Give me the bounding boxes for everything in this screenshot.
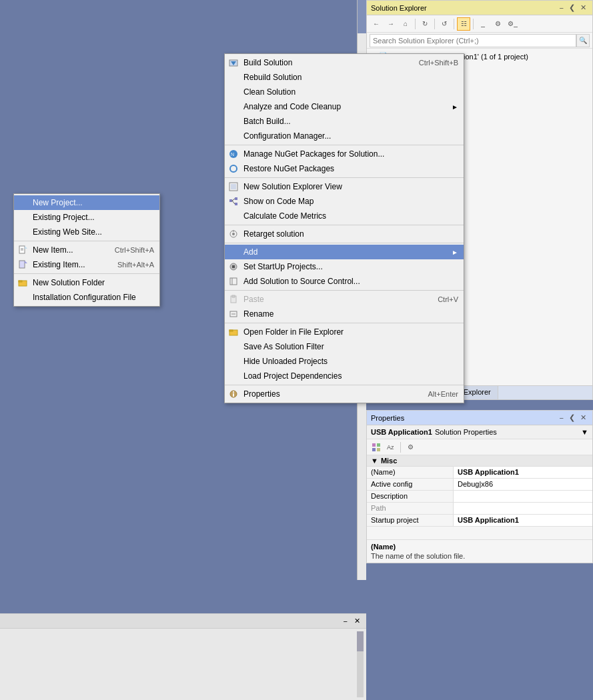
bottom-scrollbar[interactable] bbox=[357, 631, 364, 697]
forward-button[interactable]: → bbox=[384, 17, 398, 31]
props-row-path: Path bbox=[367, 503, 592, 515]
home-button[interactable]: ⌂ bbox=[399, 17, 412, 31]
show-code-map-label: Show on Code Map bbox=[243, 197, 314, 206]
svg-rect-17 bbox=[230, 278, 237, 285]
menu-open-file-explorer[interactable]: Open Folder in File Explorer bbox=[225, 325, 464, 339]
add-label: Add bbox=[243, 247, 257, 257]
close-button[interactable]: ✕ bbox=[578, 3, 588, 12]
add-icon bbox=[227, 246, 239, 258]
props-header-actions: ▼ bbox=[581, 428, 588, 436]
props-close-button[interactable]: ✕ bbox=[578, 413, 588, 422]
batch-build-label: Batch Build... bbox=[243, 117, 291, 126]
existing-website-label: Existing Web Site... bbox=[33, 227, 102, 237]
solution-explorer-titlebar: Solution Explorer − ❮ ✕ bbox=[367, 1, 592, 15]
build-solution-shortcut: Ctrl+Shift+B bbox=[406, 59, 458, 67]
bottom-close-btn[interactable]: ✕ bbox=[352, 617, 362, 625]
props-alphabetical-btn[interactable]: Az bbox=[384, 441, 398, 454]
menu-build-solution[interactable]: Build Solution Ctrl+Shift+B bbox=[225, 55, 464, 70]
bottom-pin-btn[interactable]: − bbox=[342, 617, 350, 625]
props-categories-btn[interactable] bbox=[370, 441, 383, 454]
toolbar-sep-4 bbox=[473, 19, 474, 29]
search-button[interactable]: 🔍 bbox=[576, 34, 590, 47]
existing-project-icon bbox=[17, 211, 29, 223]
menu-rename[interactable]: Rename bbox=[225, 307, 464, 321]
submenu-new-project[interactable]: New Project... bbox=[14, 195, 159, 210]
props-value-active-config[interactable]: Debug|x86 bbox=[454, 479, 592, 490]
props-value-name[interactable]: USB Application1 bbox=[454, 467, 592, 478]
submenu-new-solution-folder[interactable]: New Solution Folder bbox=[14, 275, 159, 290]
view-icon bbox=[227, 181, 239, 193]
menu-retarget-solution[interactable]: Retarget solution bbox=[225, 227, 464, 241]
sep-1 bbox=[225, 145, 464, 145]
menu-add[interactable]: Add ► bbox=[225, 245, 464, 259]
save-solution-filter-label: Save As Solution Filter bbox=[243, 342, 324, 351]
settings-button[interactable]: ⚙ bbox=[491, 17, 504, 31]
bottom-panel-content bbox=[0, 629, 366, 700]
clean-solution-label: Clean Solution bbox=[243, 87, 295, 97]
props-toolbar-sep bbox=[400, 442, 401, 453]
sync-button[interactable]: ↻ bbox=[418, 17, 432, 31]
paste-shortcut: Ctrl+V bbox=[424, 295, 458, 303]
submenu-existing-website[interactable]: Existing Web Site... bbox=[14, 225, 159, 239]
submenu-new-item[interactable]: New Item... Ctrl+Shift+A bbox=[14, 243, 159, 257]
menu-rebuild-solution[interactable]: Rebuild Solution bbox=[225, 70, 464, 85]
menu-configuration-manager[interactable]: Configuration Manager... bbox=[225, 129, 464, 143]
folder-icon bbox=[227, 326, 239, 338]
existing-website-icon bbox=[17, 226, 29, 238]
menu-set-startup[interactable]: Set StartUp Projects... bbox=[225, 259, 464, 274]
open-file-explorer-label: Open Folder in File Explorer bbox=[243, 327, 344, 337]
menu-new-solution-explorer-view[interactable]: New Solution Explorer View bbox=[225, 179, 464, 194]
float-button[interactable]: ❮ bbox=[567, 3, 577, 12]
extra-button[interactable]: ⚙⎯ bbox=[506, 17, 519, 31]
misc-section-header[interactable]: ▼ Misc bbox=[367, 455, 592, 467]
menu-manage-nuget[interactable]: N Manage NuGet Packages for Solution... bbox=[225, 147, 464, 161]
sub-sep-2 bbox=[14, 273, 159, 274]
load-project-deps-label: Load Project Dependencies bbox=[243, 371, 342, 381]
svg-point-4 bbox=[230, 165, 237, 172]
props-value-path[interactable] bbox=[454, 503, 592, 514]
pin-button[interactable]: − bbox=[558, 4, 566, 12]
menu-batch-build[interactable]: Batch Build... bbox=[225, 114, 464, 129]
submenu-existing-project[interactable]: Existing Project... bbox=[14, 210, 159, 225]
submenu-installation-config[interactable]: Installation Configuration File bbox=[14, 290, 159, 305]
search-input[interactable] bbox=[370, 34, 576, 47]
menu-properties[interactable]: Properties Alt+Enter bbox=[225, 387, 464, 401]
props-float-button[interactable]: ❮ bbox=[567, 413, 577, 422]
props-gear-btn[interactable]: ⚙ bbox=[404, 441, 417, 454]
sep-2 bbox=[225, 177, 464, 178]
toolbar-sep-1 bbox=[415, 19, 416, 29]
menu-paste[interactable]: Paste Ctrl+V bbox=[225, 292, 464, 307]
menu-save-solution-filter[interactable]: Save As Solution Filter bbox=[225, 339, 464, 354]
menu-load-project-deps[interactable]: Load Project Dependencies bbox=[225, 369, 464, 383]
props-key-path: Path bbox=[367, 503, 454, 514]
show-all-files-button[interactable]: ☷ bbox=[457, 17, 470, 31]
properties-button[interactable]: ⎯ bbox=[476, 17, 490, 31]
menu-add-source-control[interactable]: Add Solution to Source Control... bbox=[225, 274, 464, 289]
props-value-startup[interactable]: USB Application1 bbox=[454, 515, 592, 526]
submenu-existing-item[interactable]: Existing Item... Shift+Alt+A bbox=[14, 257, 159, 272]
svg-rect-20 bbox=[232, 295, 235, 297]
props-pin-button[interactable]: − bbox=[558, 414, 566, 422]
refresh-button[interactable]: ↺ bbox=[438, 17, 451, 31]
back-button[interactable]: ← bbox=[370, 17, 383, 31]
toolbar-sep-2 bbox=[434, 19, 435, 29]
existing-item-icon bbox=[17, 259, 29, 271]
analyze-submenu-arrow: ► bbox=[452, 103, 458, 111]
svg-marker-31 bbox=[25, 246, 27, 249]
paste-icon bbox=[227, 293, 239, 305]
menu-clean-solution[interactable]: Clean Solution bbox=[225, 85, 464, 99]
props-value-description[interactable] bbox=[454, 491, 592, 502]
code-map-icon bbox=[227, 195, 239, 207]
props-dropdown-icon[interactable]: ▼ bbox=[581, 428, 588, 436]
menu-calculate-metrics[interactable]: Calculate Code Metrics bbox=[225, 209, 464, 223]
hide-unloaded-label: Hide Unloaded Projects bbox=[243, 357, 328, 366]
menu-hide-unloaded[interactable]: Hide Unloaded Projects bbox=[225, 354, 464, 369]
menu-show-code-map[interactable]: Show on Code Map bbox=[225, 194, 464, 209]
new-item-shortcut: Ctrl+Shift+A bbox=[115, 246, 154, 254]
properties-grid: ▼ Misc (Name) USB Application1 Active co… bbox=[367, 455, 592, 539]
restore-icon bbox=[227, 163, 239, 175]
svg-rect-37 bbox=[377, 443, 380, 447]
menu-analyze-code-cleanup[interactable]: Analyze and Code Cleanup ► bbox=[225, 99, 464, 114]
props-panel-controls: − ❮ ✕ bbox=[558, 413, 588, 422]
menu-restore-nuget[interactable]: Restore NuGet Packages bbox=[225, 161, 464, 176]
